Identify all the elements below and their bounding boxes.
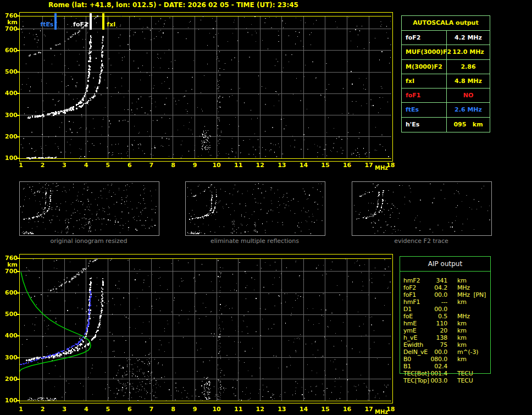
x-tick-label: 1 xyxy=(14,162,27,169)
x-tick-label: 2 xyxy=(36,162,49,169)
aip-row-value: 110 xyxy=(425,320,447,327)
thumbnail-original-canvas xyxy=(20,182,158,234)
y-tick-mark xyxy=(17,136,19,137)
x-tick-label: 3 xyxy=(58,406,71,413)
thumbnail-caption-original: original ionogram resized xyxy=(19,237,158,245)
aip-row-label: foE xyxy=(403,313,413,320)
ionogram-profile-chart xyxy=(19,254,393,403)
thumbnail-original-ionogram xyxy=(19,181,159,236)
aip-row-label: foF2 xyxy=(403,284,416,291)
x-tick-label: 12 xyxy=(253,162,267,169)
aip-row-value: 20 xyxy=(425,327,447,334)
aip-row-unit: MHz xyxy=(457,284,470,291)
fof2-marker-label: foF2 xyxy=(70,21,88,28)
autoscala-table-title: AUTOSCALA output xyxy=(402,16,490,31)
y-tick-mark xyxy=(17,29,19,30)
aip-row-ewidth: Ewidth75km xyxy=(400,341,490,348)
y-tick-label: 500 xyxy=(0,69,18,75)
x-axis-unit-label: MHz xyxy=(375,165,388,171)
autoscala-row-fxi: fxI4.8 MHz xyxy=(402,74,490,88)
aip-row-unit: km xyxy=(457,356,467,363)
y-tick-mark xyxy=(17,93,19,94)
aip-row-fof2: foF204.2MHz xyxy=(400,284,490,291)
aip-row-value: 75 xyxy=(425,341,447,348)
y-tick-mark xyxy=(17,400,19,401)
y-tick-label: 400 xyxy=(0,333,18,339)
aip-row-label: B0 xyxy=(403,356,411,363)
x-tick-label: 3 xyxy=(58,162,71,169)
y-tick-mark xyxy=(17,379,19,380)
x-tick-label: 10 xyxy=(210,406,223,413)
y-tick-label: 200 xyxy=(0,134,18,140)
aip-row-value: --- xyxy=(425,298,447,306)
autoscala-row-label: fxI xyxy=(402,74,447,88)
y-tick-label: 500 xyxy=(0,311,18,318)
y-tick-mark xyxy=(17,115,19,116)
x-tick-label: 5 xyxy=(101,406,114,413)
autoscala-row-muf3000f2: MUF(3000)F212.0 MHz xyxy=(402,45,490,59)
ionogram-profile-canvas xyxy=(20,254,391,402)
aip-row-value: 341 xyxy=(425,277,447,284)
autoscala-row-fof2: foF24.2 MHz xyxy=(402,31,490,45)
x-tick-label: 7 xyxy=(145,162,158,169)
autoscala-row-value: 4.2 MHz xyxy=(447,31,490,45)
aip-row-unit: TECU xyxy=(457,377,473,384)
aip-row-d1: D100.0 xyxy=(400,306,490,313)
aip-row-label: foF1 xyxy=(403,291,416,298)
aip-row-label: hmF1 xyxy=(403,298,420,306)
x-tick-label: 17 xyxy=(362,406,375,413)
thumbnail-evidence-f2 xyxy=(352,181,492,236)
aip-row-label: Ewidth xyxy=(403,341,423,348)
aip-table-title: AIP output xyxy=(400,257,490,272)
y-tick-mark xyxy=(17,292,19,294)
y-tick-label: 400 xyxy=(0,90,18,97)
autoscala-row-ftes: ftEs2.6 MHz xyxy=(402,103,490,117)
aip-row-value: 00.0 xyxy=(425,291,447,298)
x-tick-label: 17 xyxy=(362,162,375,169)
autoscala-row-value: 12.0 MHz xyxy=(447,45,490,59)
autoscala-row-label: foF2 xyxy=(402,31,447,45)
y-tick-label: 200 xyxy=(0,376,18,383)
x-tick-label: 16 xyxy=(341,406,354,413)
aip-row-value: 138 xyxy=(425,334,447,341)
aip-row-label: B1 xyxy=(403,363,411,370)
aip-row-unit: m^(-3) xyxy=(457,348,478,356)
x-tick-label: 4 xyxy=(80,162,93,169)
ionogram-main-chart: ftEs foF2 fxI xyxy=(19,12,393,162)
aip-row-unit: km xyxy=(457,327,467,334)
ftes-marker-label: ftEs xyxy=(35,21,53,28)
x-tick-label: 9 xyxy=(189,406,202,413)
aip-row-label: DelN_vE xyxy=(403,348,428,356)
autoscala-row-value: 2.6 MHz xyxy=(447,103,490,117)
aip-row-unit: MHz xyxy=(457,313,470,320)
y-axis-unit-label: km xyxy=(0,19,18,26)
aip-row-value: 0.5 xyxy=(425,313,447,320)
x-tick-label: 1 xyxy=(14,406,27,413)
aip-row-hve: h_vE138km xyxy=(400,334,490,341)
aip-row-value: 00.0 xyxy=(425,306,447,313)
autoscala-row-hes: h'Es095 km xyxy=(402,118,490,132)
aip-row-hmf2: hmF2341km xyxy=(400,277,490,284)
fxi-marker-bar xyxy=(102,13,104,30)
fof2-marker-bar xyxy=(90,13,92,30)
y-tick-label: 300 xyxy=(0,112,18,119)
thumbnail-evidence-canvas xyxy=(352,182,490,234)
autoscala-row-value: 2.86 xyxy=(447,60,490,74)
aip-row-yme: ymE20km xyxy=(400,327,490,334)
autoscala-row-value: 4.8 MHz xyxy=(447,74,490,88)
aip-row-unit: km xyxy=(457,298,467,306)
aip-row-value: 02.4 xyxy=(425,363,447,370)
x-tick-label: 15 xyxy=(319,406,332,413)
aip-row-label: hmE xyxy=(403,320,417,327)
aip-row-value: 00.0 xyxy=(425,348,447,356)
aip-row-label: ymE xyxy=(403,327,417,334)
autoscala-table: AUTOSCALA output foF24.2 MHzMUF(3000)F21… xyxy=(401,15,490,132)
fxi-marker-label: fxI xyxy=(107,21,115,28)
y-tick-label: 600 xyxy=(0,47,18,54)
x-tick-label: 8 xyxy=(167,406,180,413)
y-tick-mark xyxy=(17,71,19,73)
x-tick-label: 2 xyxy=(36,406,49,413)
autoscala-row-label: foF1 xyxy=(402,88,447,102)
x-tick-label: 14 xyxy=(297,162,310,169)
ionogram-main-canvas xyxy=(20,13,391,160)
